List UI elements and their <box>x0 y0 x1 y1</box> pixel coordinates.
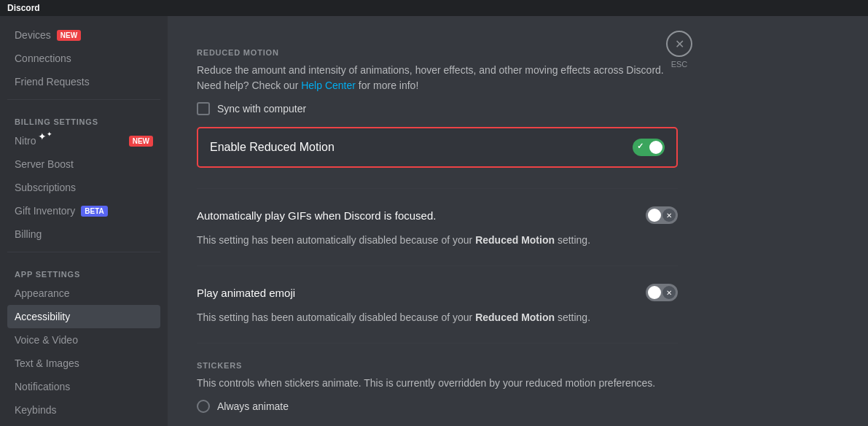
sidebar-item-label: Notifications <box>15 381 70 392</box>
stickers-section: STICKERS This controls when stickers ani… <box>197 361 678 426</box>
enable-reduced-motion-label: Enable Reduced Motion <box>210 141 335 154</box>
title-bar: Discord <box>0 0 868 16</box>
sidebar-item-label: Connections <box>15 53 71 64</box>
sidebar-item-label: Gift Inventory <box>15 205 75 217</box>
animated-emoji-toggle[interactable] <box>646 284 678 301</box>
esc-label: ESC <box>671 60 688 69</box>
nitro-new-badge: NEW <box>129 136 153 147</box>
sidebar-item-devices[interactable]: Devices NEW <box>7 23 160 47</box>
sync-checkbox[interactable] <box>197 102 210 115</box>
toggle-off-x-icon-emoji <box>662 286 676 299</box>
sidebar-item-friend-requests[interactable]: Friend Requests <box>7 70 160 93</box>
sidebar-item-accessibility[interactable]: Accessibility <box>7 305 160 328</box>
sidebar-item-subscriptions[interactable]: Subscriptions <box>7 176 160 199</box>
animated-emoji-row: Play animated emoji <box>197 284 678 306</box>
content-inner: ✕ ESC REDUCED MOTION Reduce the amount a… <box>168 16 707 426</box>
animated-emoji-section: Play animated emoji This setting has bee… <box>197 284 678 344</box>
app-title: Discord <box>7 3 40 13</box>
sidebar-item-connections[interactable]: Connections <box>7 47 160 70</box>
enable-reduced-motion-row: Enable Reduced Motion <box>197 127 678 168</box>
auto-play-gifs-toggle[interactable] <box>646 206 678 224</box>
auto-play-gifs-row: Automatically play GIFs when Discord is … <box>197 206 678 228</box>
sidebar: Devices NEW Connections Friend Requests … <box>0 16 168 426</box>
sidebar-item-keybinds[interactable]: Keybinds <box>7 398 160 422</box>
auto-play-gifs-section: Automatically play GIFs when Discord is … <box>197 206 678 266</box>
sidebar-item-label: Subscriptions <box>15 182 76 193</box>
sidebar-item-label: Appearance <box>15 287 70 299</box>
sidebar-item-label: Keybinds <box>15 404 57 416</box>
sidebar-item-voice-video[interactable]: Voice & Video <box>7 328 160 352</box>
stickers-description: This controls when stickers animate. Thi… <box>197 376 678 391</box>
sidebar-item-gift-inventory[interactable]: Gift Inventory BETA <box>7 199 160 222</box>
sidebar-item-label: Text & Images <box>15 357 79 369</box>
sidebar-item-appearance[interactable]: Appearance <box>7 282 160 305</box>
reduced-motion-description: Reduce the amount and intensity of anima… <box>197 63 678 93</box>
esc-button[interactable]: ✕ ESC <box>666 31 692 69</box>
gift-inventory-beta-badge: BETA <box>81 206 107 217</box>
sidebar-divider-2 <box>7 252 160 252</box>
reduced-motion-title: REDUCED MOTION <box>197 48 678 57</box>
sync-label: Sync with computer <box>217 103 306 115</box>
sidebar-item-server-boost[interactable]: Server Boost <box>7 152 160 176</box>
devices-new-badge: NEW <box>57 30 81 41</box>
toggle-knob-gifs <box>648 209 661 222</box>
sidebar-item-nitro[interactable]: Nitro NEW ✦✦ <box>7 129 160 152</box>
reduced-motion-section: REDUCED MOTION Reduce the amount and int… <box>197 48 678 189</box>
sidebar-item-notifications[interactable]: Notifications <box>7 375 160 398</box>
sidebar-item-label: Billing <box>15 228 42 240</box>
content-area: ✕ ESC REDUCED MOTION Reduce the amount a… <box>168 16 868 426</box>
toggle-knob <box>649 141 662 154</box>
sidebar-item-billing[interactable]: Billing <box>7 222 160 246</box>
esc-circle-icon: ✕ <box>666 31 692 57</box>
main-layout: Devices NEW Connections Friend Requests … <box>0 16 868 426</box>
toggle-off-x-icon <box>662 209 676 222</box>
auto-play-gifs-label: Automatically play GIFs when Discord is … <box>197 209 436 222</box>
toggle-knob-emoji <box>648 286 661 299</box>
sidebar-item-label: Devices <box>15 29 51 41</box>
sidebar-item-label: Nitro <box>15 135 36 147</box>
stickers-title: STICKERS <box>197 361 678 370</box>
enable-reduced-motion-toggle[interactable] <box>633 139 665 156</box>
sidebar-item-text-images[interactable]: Text & Images <box>7 352 160 375</box>
sync-row: Sync with computer <box>197 102 678 115</box>
sidebar-item-label: Server Boost <box>15 158 74 170</box>
always-animate-radio[interactable] <box>197 400 210 413</box>
sidebar-divider-1 <box>7 99 160 100</box>
billing-settings-label: BILLING SETTINGS <box>7 106 168 129</box>
app-settings-label: APP SETTINGS <box>7 258 168 282</box>
auto-play-gifs-sub-desc: This setting has been automatically disa… <box>197 233 678 248</box>
animated-emoji-sub-desc: This setting has been automatically disa… <box>197 310 678 325</box>
animated-emoji-label: Play animated emoji <box>197 287 295 299</box>
sidebar-item-label: Accessibility <box>15 311 70 322</box>
sidebar-item-label: Friend Requests <box>15 76 90 88</box>
help-center-link[interactable]: Help Center <box>301 80 356 91</box>
always-animate-row: Always animate <box>197 400 678 413</box>
nitro-stars-icon: ✦✦ <box>38 131 52 142</box>
sidebar-item-label: Voice & Video <box>15 334 78 346</box>
always-animate-label: Always animate <box>217 400 289 412</box>
